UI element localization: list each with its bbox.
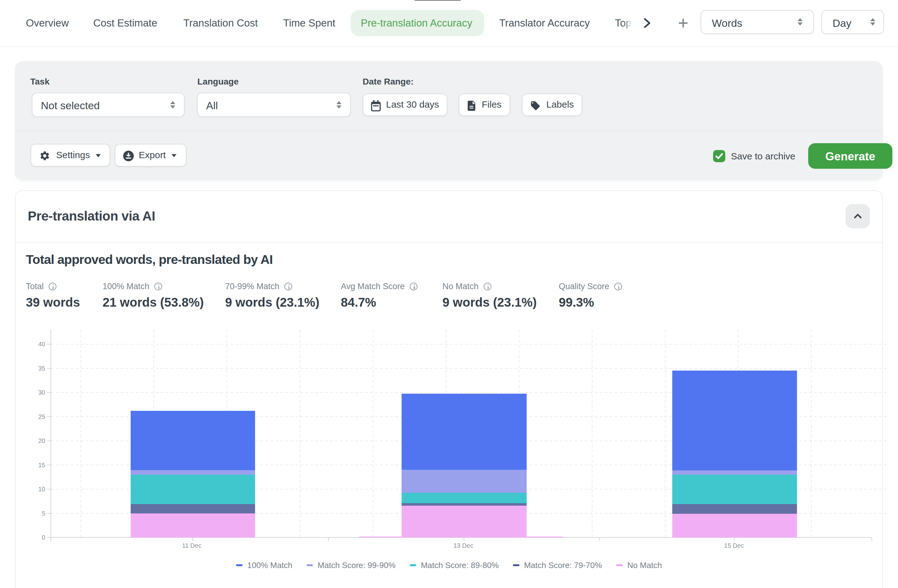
svg-text:15 Dec: 15 Dec [724, 542, 744, 549]
svg-text:5: 5 [42, 510, 45, 517]
svg-text:10: 10 [38, 486, 45, 493]
svg-text:15: 15 [38, 462, 45, 468]
svg-text:13 Dec: 13 Dec [454, 542, 473, 549]
svg-text:35: 35 [38, 365, 45, 372]
svg-text:25: 25 [38, 413, 45, 420]
svg-text:11 Dec: 11 Dec [182, 542, 201, 549]
svg-text:30: 30 [38, 389, 45, 396]
svg-text:20: 20 [38, 437, 45, 444]
svg-text:0: 0 [42, 534, 45, 541]
svg-text:40: 40 [38, 341, 45, 348]
